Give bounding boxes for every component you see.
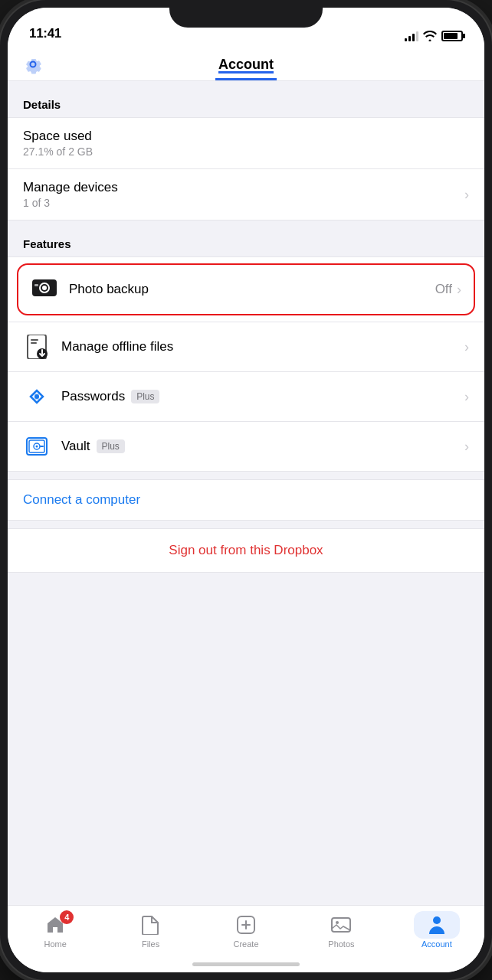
details-header: Details [8,81,484,117]
space-used-subtitle: 27.1% of 2 GB [23,145,469,158]
nav-underline [215,78,277,80]
details-section: Details Space used 27.1% of 2 GB [8,81,484,220]
tab-label-files: Files [142,939,159,949]
files-icon [142,915,160,935]
status-icons [405,31,463,41]
manage-devices-title: Manage devices [23,180,464,195]
manage-offline-chevron: › [464,339,469,355]
wifi-icon [423,31,437,41]
tab-item-files[interactable]: Files [103,913,198,949]
manage-offline-title: Manage offline files [61,339,464,354]
list-item-manage-offline[interactable]: Manage offline files › [8,322,484,372]
vault-badge: Plus [97,439,125,453]
svg-rect-14 [40,446,44,447]
features-section: Features [8,220,484,472]
notch [169,0,323,28]
space-used-title: Space used [23,129,469,144]
photo-backup-chevron: › [457,282,461,298]
photo-backup-title: Photo backup [69,282,435,297]
tab-item-photos[interactable]: Photos [294,913,389,949]
passwords-badge: Plus [131,390,159,403]
sign-out-section: Sign out from this Dropbox [8,528,484,573]
home-badge: 4 [60,910,74,924]
home-indicator [192,962,300,966]
vault-title: Vault [61,439,90,454]
svg-point-17 [336,921,339,924]
tab-label-photos: Photos [328,939,354,949]
battery-icon [441,31,463,41]
offline-icon [26,335,48,359]
svg-point-2 [42,286,47,290]
tab-item-home[interactable]: 4 Home [8,913,103,949]
list-item-photo-backup[interactable]: Photo backup Off › [17,263,475,315]
details-list: Space used 27.1% of 2 GB Manage devices … [8,117,484,220]
features-list: Photo backup Off › [8,256,484,472]
list-item-passwords[interactable]: Passwords Plus › [8,372,484,422]
camera-icon [32,279,57,299]
connect-computer-link[interactable]: Connect a computer [23,492,140,507]
svg-rect-3 [34,284,38,286]
tab-item-account[interactable]: Account [389,913,484,949]
passwords-icon [25,384,49,409]
tab-label-account: Account [421,939,452,949]
svg-point-18 [433,916,441,924]
list-item-manage-devices[interactable]: Manage devices 1 of 3 › [8,169,484,220]
phone-frame: 11:41 [0,0,492,980]
scrollable-content[interactable]: Details Space used 27.1% of 2 GB [8,81,484,972]
svg-point-9 [34,394,39,399]
main-area: 11:41 [8,8,484,972]
photo-backup-status: Off [435,282,452,297]
tab-label-create: Create [234,939,259,949]
svg-rect-6 [31,342,37,344]
vault-chevron: › [464,439,469,455]
status-time: 11:41 [29,26,61,41]
nav-title: Account [218,57,274,73]
vault-icon [25,435,48,458]
features-header: Features [8,220,484,256]
list-item-vault[interactable]: Vault Plus › [8,422,484,471]
manage-devices-chevron: › [464,187,469,203]
svg-rect-5 [31,339,38,341]
create-icon [236,915,256,935]
nav-bar: Account [8,47,484,81]
list-item-space-used[interactable]: Space used 27.1% of 2 GB [8,118,484,169]
passwords-chevron: › [464,389,469,405]
gear-button[interactable] [23,54,43,74]
tab-item-create[interactable]: Create [198,913,294,949]
gear-icon [23,54,43,74]
connect-computer-section: Connect a computer [8,479,484,521]
manage-devices-subtitle: 1 of 3 [23,197,464,209]
account-icon [428,914,446,936]
svg-rect-16 [332,918,350,932]
passwords-title: Passwords [61,389,125,404]
photos-icon [331,916,351,934]
svg-point-13 [36,446,38,448]
signal-icon [405,31,418,41]
screen: 11:41 [8,8,484,972]
tab-label-home: Home [44,939,67,949]
sign-out-button[interactable]: Sign out from this Dropbox [169,543,323,557]
